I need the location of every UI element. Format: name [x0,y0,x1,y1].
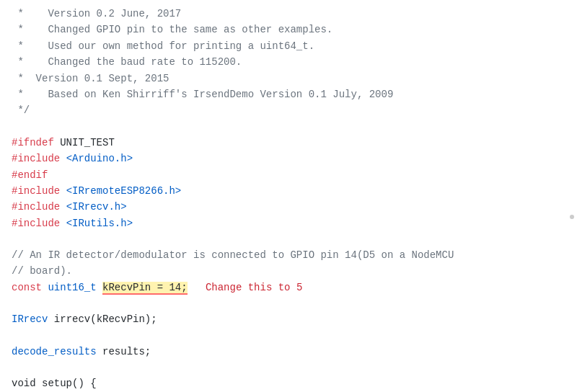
line-content: */ [12,102,30,118]
line-content: * Version 0.1 Sept, 2015 [12,71,169,86]
code-line: const uint16_t kRecvPin = 14; Change thi… [0,280,577,295]
code-token: const [12,282,48,293]
code-line: // board). [0,263,577,279]
code-token: <IRremoteESP8266.h> [66,185,182,197]
code-token: #ifndef [12,137,54,148]
code-token [60,218,66,229]
code-token: #include [12,201,60,213]
code-line: */ [0,102,577,118]
line-content: #include <IRremoteESP8266.h> [12,183,181,199]
line-content: * Used our own method for printing a uin… [12,38,314,54]
code-line: #endif [0,167,577,183]
code-token [188,282,206,293]
code-line: #include <IRremoteESP8266.h> [0,183,577,199]
code-token: IRrecv [12,313,48,325]
code-token: <IRutils.h> [66,218,133,229]
code-token: * Version 0.1 Sept, 2015 [12,73,169,84]
code-line: * Changed GPIO pin to the same as other … [0,22,577,37]
code-token: Change this to 5 [206,282,302,293]
code-token: * Based on Ken Shirriff's IrsendDemo Ver… [12,89,393,100]
code-token: void setup() { [12,378,97,389]
line-content: // board). [12,263,72,279]
code-line [0,295,577,311]
code-line [0,231,577,247]
code-line: * Version 0.1 Sept, 2015 [0,71,577,86]
code-token: // board). [12,265,72,277]
code-line [0,119,577,135]
code-line: #include <IRrecv.h> [0,199,577,215]
code-line: * Used our own method for printing a uin… [0,38,577,54]
code-line: * Version 0.2 June, 2017 [0,6,577,22]
code-token: uint16_t [48,282,96,293]
code-line: decode_results results; [0,344,577,360]
code-token: kRecvPin = 14; [102,282,188,295]
code-token: * Version 0.2 June, 2017 [12,8,181,19]
code-line: * Based on Ken Shirriff's IrsendDemo Ver… [0,86,577,102]
scrollbar-indicator [570,215,574,219]
line-content: #include <Arduino.h> [12,151,133,166]
code-line: #include <IRutils.h> [0,215,577,231]
code-token [60,201,66,213]
line-content: * Changed GPIO pin to the same as other … [12,22,332,37]
code-viewer: * Version 0.2 June, 2017 * Changed GPIO … [0,0,577,392]
line-content: decode_results results; [12,344,151,360]
code-token [60,185,66,197]
line-content: void setup() { [12,375,97,391]
line-content: * Changed the baud rate to 115200. [12,54,242,70]
code-line [0,360,577,375]
line-content: const uint16_t kRecvPin = 14; Change thi… [12,280,302,295]
code-line: void setup() { [0,375,577,391]
line-content: * Version 0.2 June, 2017 [12,6,181,22]
code-token: <Arduino.h> [66,153,133,164]
code-token: // An IR detector/demodulator is connect… [12,249,454,261]
line-content: // An IR detector/demodulator is connect… [12,247,454,263]
line-content: #include <IRutils.h> [12,215,133,231]
code-token: results; [97,346,151,357]
line-content: #ifndef UNIT_TEST [12,135,115,151]
code-token: irrecv(kRecvPin); [48,313,157,325]
code-token: UNIT_TEST [54,137,115,148]
code-token: * Changed GPIO pin to the same as other … [12,24,332,35]
code-token [97,282,102,293]
code-token: #include [12,218,60,229]
code-token: * Used our own method for printing a uin… [12,40,314,52]
code-line: #include <Arduino.h> [0,151,577,166]
code-line: // An IR detector/demodulator is connect… [0,247,577,263]
code-token: <IRrecv.h> [66,201,127,213]
code-token: #include [12,153,60,164]
line-content: #include <IRrecv.h> [12,199,127,215]
code-token: * Changed the baud rate to 115200. [12,56,242,68]
code-line: * Changed the baud rate to 115200. [0,54,577,70]
code-token: decode_results [12,346,97,357]
code-token: #endif [12,169,48,181]
code-token: */ [12,104,30,116]
line-content: IRrecv irrecv(kRecvPin); [12,311,157,327]
code-token [60,153,66,164]
line-content: * Based on Ken Shirriff's IrsendDemo Ver… [12,86,393,102]
line-content: #endif [12,167,48,183]
code-line: IRrecv irrecv(kRecvPin); [0,311,577,327]
code-line: #ifndef UNIT_TEST [0,135,577,151]
code-token: #include [12,185,60,197]
code-line [0,328,577,344]
